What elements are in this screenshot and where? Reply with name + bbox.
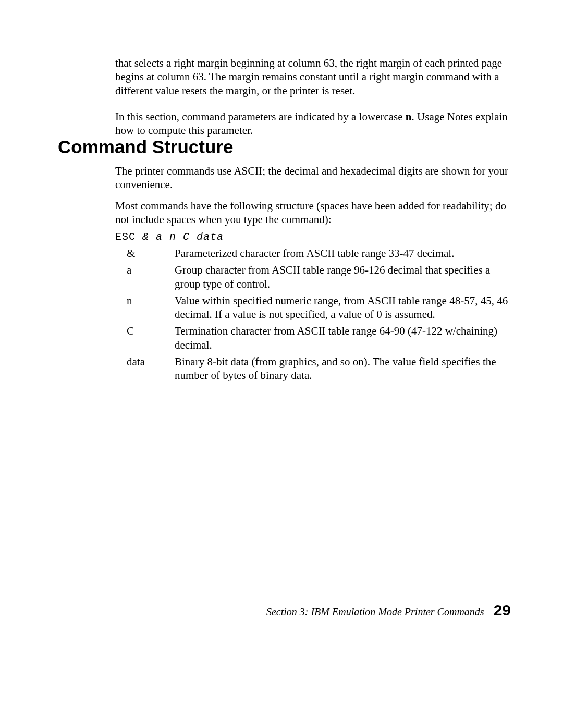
definition-list: & Parameterized character from ASCII tab… <box>115 246 510 382</box>
def-term: data <box>115 355 175 368</box>
def-term: & <box>115 246 175 260</box>
syntax-params: & a n C data <box>142 231 224 243</box>
intro-p2-prefix: In this section, command parameters are … <box>115 110 406 123</box>
syntax-esc: ESC <box>115 231 142 243</box>
intro-paragraph-1: that selects a right margin beginning at… <box>115 56 510 97</box>
page-footer: Section 3: IBM Emulation Mode Printer Co… <box>266 600 511 620</box>
def-row: data Binary 8-bit data (from graphics, a… <box>115 355 510 382</box>
def-row: & Parameterized character from ASCII tab… <box>115 246 510 260</box>
section-body: The printer commands use ASCII; the deci… <box>115 164 510 385</box>
def-desc: Parameterized character from ASCII table… <box>175 246 510 260</box>
def-row: n Value within specified numeric range, … <box>115 294 510 322</box>
def-desc: Binary 8-bit data (from graphics, and so… <box>175 355 510 382</box>
intro-p2-bold-n: n <box>406 110 412 123</box>
def-desc: Termination character from ASCII table r… <box>175 324 510 352</box>
def-row: a Group character from ASCII table range… <box>115 263 510 291</box>
section-paragraph-2: Most commands have the following structu… <box>115 199 510 227</box>
command-syntax: ESC & a n C data <box>115 230 510 243</box>
section-heading: Command Structure <box>58 135 233 158</box>
def-term: a <box>115 263 175 277</box>
footer-section-label: Section 3: IBM Emulation Mode Printer Co… <box>266 606 484 619</box>
intro-paragraph-2: In this section, command parameters are … <box>115 110 510 138</box>
footer-page-number: 29 <box>494 600 511 620</box>
def-row: C Termination character from ASCII table… <box>115 324 510 352</box>
def-term: n <box>115 294 175 307</box>
def-term: C <box>115 324 175 338</box>
def-desc: Value within specified numeric range, fr… <box>175 294 510 322</box>
section-paragraph-1: The printer commands use ASCII; the deci… <box>115 164 510 192</box>
intro-block: that selects a right margin beginning at… <box>115 56 510 141</box>
page: that selects a right margin beginning at… <box>0 0 563 728</box>
def-desc: Group character from ASCII table range 9… <box>175 263 510 291</box>
